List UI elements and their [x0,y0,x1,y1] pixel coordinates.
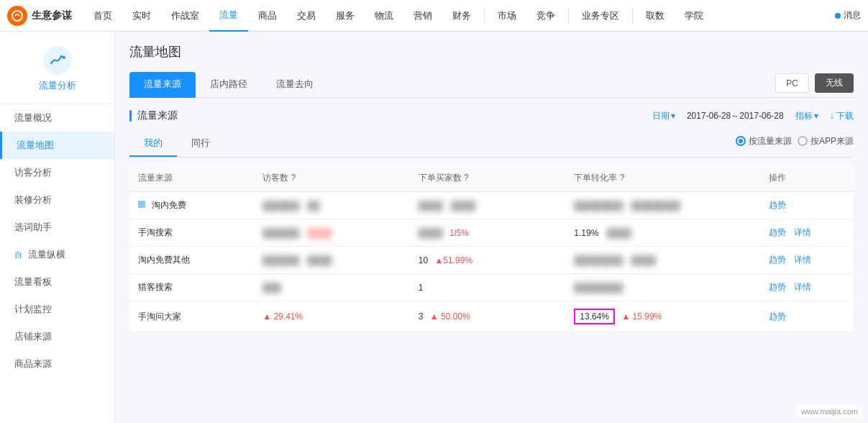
table-row: 手淘问大家 ▲ 29.41% 3 ▲ 50.00% 13.64% ▲ 15.99… [129,301,854,332]
detail-button[interactable]: 详情 [794,255,811,265]
visitors-value: ██████ [262,228,299,238]
radio-by-app[interactable]: 按APP来源 [798,135,854,147]
visitors-value: ██████ [262,201,299,211]
source-name: 手淘搜索 [138,227,173,237]
source-dot-icon [138,201,145,208]
visitors-cell: ███ [254,274,410,301]
trend-button[interactable]: 趋势 [769,200,786,210]
visitors-change: ████ [308,228,332,238]
visitors-change: ████ [308,255,332,265]
visitors-value: ███ [262,283,281,293]
action-cell: 趋势 [760,192,854,219]
nav-realtime[interactable]: 实时 [122,0,161,32]
buyers-change: 1l5% [449,228,469,238]
nav-finance[interactable]: 财务 [442,0,481,32]
radio-by-traffic[interactable]: 按流量来源 [736,135,792,147]
sub-tab-mine[interactable]: 我的 [129,131,177,157]
table-row: 手淘搜索 ██████ ████ ████ 1l5% 1.19% ████ [129,219,854,247]
source-name: 手淘问大家 [138,311,181,322]
conversion-cell: 13.64% ▲ 15.99% [565,301,760,332]
nav-fetchdata[interactable]: 取数 [636,0,675,32]
tab-store-path[interactable]: 店内路径 [196,72,262,98]
sub-tab-peers[interactable]: 同行 [177,131,224,157]
conversion-value: ████████ [574,283,623,293]
nav-market[interactable]: 市场 [488,0,526,32]
conversion-change: ████████ [631,201,680,211]
trend-button[interactable]: 趋势 [769,282,786,292]
nav-traffic[interactable]: 流量 [209,0,248,32]
nav-logistics[interactable]: 物流 [365,0,403,32]
visitors-value: ▲ 29.41% [262,311,303,322]
date-label: 日期 [652,110,670,122]
radio-label-app: 按APP来源 [810,135,854,147]
logo-icon [7,6,27,26]
pc-view-button[interactable]: PC [775,73,809,93]
nav-marketing[interactable]: 营销 [403,0,442,32]
col-header-action: 操作 [760,165,854,192]
buyers-value: 10 [419,255,428,265]
section-header: 流量来源 日期 ▾ 2017-06-28～2017-06-28 指标 ▾ ↓ 下… [129,109,854,122]
traffic-source-table: 流量来源 访客数 ? 下单买家数 ? 下单转化率 ? 操作 淘内免费 █████… [129,165,854,332]
sidebar-item-label: 流量纵横 [28,248,65,261]
sidebar-item-dashboard[interactable]: 流量看板 [0,268,114,296]
sidebar-item-storesource[interactable]: 店铺来源 [0,323,114,350]
buyers-cell: ████ 1l5% [410,219,566,247]
detail-button[interactable]: 详情 [794,227,811,237]
tab-traffic-source[interactable]: 流量来源 [129,72,196,98]
download-button[interactable]: ↓ 下载 [830,110,854,122]
detail-button[interactable]: 详情 [794,282,811,292]
visitors-change: ██ [308,201,320,211]
conversion-value: ████████ [574,201,623,211]
section-title: 流量来源 [137,109,652,122]
sub-tab-right: 按流量来源 按APP来源 [736,131,854,157]
trend-button[interactable]: 趋势 [769,227,786,237]
source-cell: 淘内免费 [129,192,254,219]
nav-service[interactable]: 服务 [326,0,365,32]
sidebar-item-keywords[interactable]: 选词助手 [0,214,114,241]
top-navigation: 生意参谋 首页 实时 作战室 流量 商品 交易 服务 物流 营销 财务 市场 竞… [0,0,868,32]
sidebar: 流量分析 流量概况 流量地图 访客分析 装修分析 选词助手 自 流量纵横 流量看… [0,32,115,423]
vertical-icon: 自 [14,250,22,260]
sidebar-item-decoration[interactable]: 装修分析 [0,186,114,214]
section-bar-accent [129,110,132,122]
sidebar-item-label: 计划监控 [14,303,52,316]
sidebar-item-productsource[interactable]: 商品来源 [0,350,114,378]
date-picker-button[interactable]: 日期 ▾ [652,110,675,122]
source-cell: 淘内免费其他 [129,247,254,274]
buyers-value: ████ [419,201,443,211]
metrics-button[interactable]: 指标 ▾ [795,110,818,122]
trend-button[interactable]: 趋势 [769,311,786,322]
nav-products[interactable]: 商品 [248,0,287,32]
sidebar-item-trafficvertical[interactable]: 自 流量纵横 [0,241,114,268]
message-label: 消息 [844,9,861,22]
tab-traffic-out[interactable]: 流量去向 [262,72,328,98]
watermark: www.maijia.com [797,406,862,417]
buyers-change: ▲ 50.00% [430,311,470,322]
sidebar-item-overview[interactable]: 流量概况 [0,104,114,132]
main-content: 流量地图 流量来源 店内路径 流量去向 PC 无线 流量来源 日期 ▾ 201 [115,32,868,423]
visitors-cell: ▲ 29.41% [254,301,410,332]
action-cell: 趋势 详情 [760,219,854,247]
nav-competition[interactable]: 竞争 [526,0,565,32]
conversion-value: ████████ [574,255,623,265]
conversion-cell: ████████ ████████ [565,192,760,219]
nav-academy[interactable]: 学院 [675,0,713,32]
sidebar-item-visitor[interactable]: 访客分析 [0,159,114,186]
nav-home[interactable]: 首页 [83,0,122,32]
col-header-source: 流量来源 [129,165,254,192]
radio-label-traffic: 按流量来源 [749,135,792,147]
traffic-analysis-icon [43,46,72,75]
wireless-view-button[interactable]: 无线 [815,73,854,93]
buyers-value: 1 [419,283,424,293]
app-logo: 生意参谋 [7,6,72,26]
source-name: 淘内免费 [152,200,186,210]
sidebar-item-planmonitor[interactable]: 计划监控 [0,296,114,323]
nav-business[interactable]: 业务专区 [572,0,629,32]
buyers-cell: 3 ▲ 50.00% [410,301,566,332]
trend-button[interactable]: 趋势 [769,255,786,265]
nav-warroom[interactable]: 作战室 [161,0,209,32]
sidebar-item-flowmap[interactable]: 流量地图 [0,132,114,159]
nav-divider-2 [568,9,569,23]
nav-transactions[interactable]: 交易 [287,0,326,32]
message-badge[interactable]: 消息 [835,9,861,22]
